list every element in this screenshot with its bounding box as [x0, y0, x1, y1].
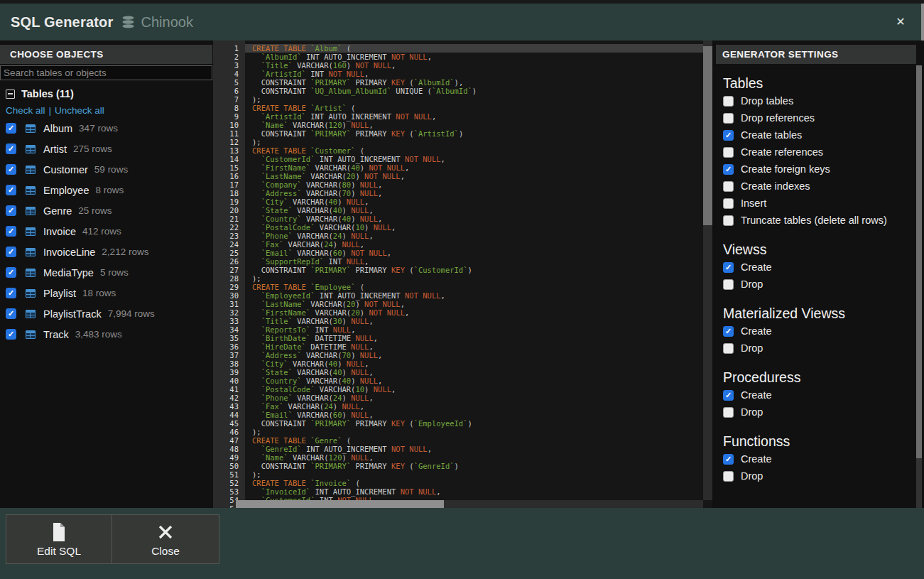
line-number: 9 — [213, 112, 245, 121]
table-row[interactable]: Artist275 rows — [6, 139, 212, 159]
settings-option[interactable]: Create foreign keys — [723, 161, 916, 178]
checkbox[interactable] — [723, 164, 734, 175]
checkbox[interactable] — [723, 343, 734, 354]
line-content: CREATE TABLE `Genre` ( — [245, 436, 712, 445]
table-row[interactable]: Employee8 rows — [6, 180, 212, 200]
line-number: 23 — [213, 232, 245, 240]
settings-option[interactable]: Create — [723, 386, 916, 404]
code-line: 34 `ReportsTo` INT NULL, — [213, 325, 712, 334]
checkbox[interactable] — [6, 185, 16, 195]
collapse-icon[interactable] — [6, 90, 15, 99]
settings-option[interactable]: Drop — [723, 467, 916, 485]
code-line: 14 `CustomerId` INT AUTO_INCREMENT NOT N… — [213, 155, 712, 163]
code-line: 52CREATE TABLE `Invoice` ( — [213, 479, 712, 487]
settings-option[interactable]: Drop — [723, 276, 916, 293]
settings-option[interactable]: Drop — [723, 340, 916, 357]
line-number: 10 — [213, 121, 245, 129]
settings-option-label: Create — [741, 325, 772, 337]
checkbox[interactable] — [723, 113, 734, 124]
line-content: `State` VARCHAR(40) NULL, — [245, 206, 712, 215]
settings-option[interactable]: Create — [723, 450, 916, 467]
settings-option[interactable]: Insert — [723, 195, 916, 212]
close-button[interactable]: Close — [112, 514, 219, 564]
line-number: 22 — [213, 223, 245, 232]
checkbox[interactable] — [723, 326, 734, 337]
checkbox[interactable] — [6, 288, 16, 298]
checkbox[interactable] — [6, 123, 16, 134]
checkbox[interactable] — [723, 262, 734, 273]
settings-scrollbar-thumb[interactable] — [916, 65, 922, 458]
line-content: `Email` VARCHAR(60) NOT NULL, — [245, 249, 712, 257]
table-row[interactable]: MediaType5 rows — [6, 262, 212, 283]
checkbox[interactable] — [723, 454, 734, 465]
checkbox[interactable] — [6, 205, 16, 216]
code-line: 15 `FirstName` VARCHAR(40) NOT NULL, — [213, 163, 712, 172]
table-row[interactable]: Invoice412 rows — [6, 221, 212, 242]
table-row[interactable]: Genre25 rows — [6, 200, 212, 221]
settings-option[interactable]: Create references — [723, 144, 916, 161]
settings-option[interactable]: Create indexes — [723, 178, 916, 195]
settings-option[interactable]: Create tables — [723, 126, 916, 144]
checkbox[interactable] — [723, 181, 734, 192]
line-content: CONSTRAINT `UQ_Album_AlbumId` UNIQUE (`A… — [245, 87, 712, 95]
tables-group-row[interactable]: Tables (11) — [6, 85, 212, 102]
table-row[interactable]: Track3,483 rows — [6, 324, 212, 345]
checkbox[interactable] — [6, 308, 16, 319]
dialog-close-icon[interactable]: ✕ — [893, 14, 908, 30]
line-number: 29 — [213, 283, 245, 291]
code-line: 31 `LastName` VARCHAR(20) NOT NULL, — [213, 300, 712, 308]
checkbox[interactable] — [6, 164, 16, 175]
checkbox[interactable] — [723, 130, 734, 141]
settings-option[interactable]: Create — [723, 259, 916, 276]
editor-vertical-scrollbar-thumb[interactable] — [703, 46, 712, 225]
uncheck-all-link[interactable]: Uncheck all — [55, 105, 104, 116]
search-input[interactable] — [0, 65, 212, 80]
edit-sql-button[interactable]: Edit SQL — [6, 514, 112, 564]
table-icon — [26, 310, 36, 318]
table-row[interactable]: Album347 rows — [6, 118, 212, 139]
code-line: 10 `Name` VARCHAR(120) NULL, — [213, 121, 712, 129]
line-content: ); — [245, 138, 712, 146]
line-number: 1 — [213, 44, 245, 53]
line-content: CONSTRAINT `PRIMARY` PRIMARY KEY (`Custo… — [245, 266, 712, 274]
code-line: 29CREATE TABLE `Employee` ( — [213, 283, 712, 291]
checkbox[interactable] — [723, 390, 734, 401]
generator-settings-header: GENERATOR SETTINGS — [716, 45, 916, 64]
editor-horizontal-scrollbar-thumb[interactable] — [236, 500, 444, 508]
line-number: 19 — [213, 197, 245, 206]
table-row[interactable]: InvoiceLine2,212 rows — [6, 242, 212, 262]
checkbox[interactable] — [6, 247, 16, 257]
checkbox[interactable] — [723, 147, 734, 158]
code-line: 32 `FirstName` VARCHAR(20) NOT NULL, — [213, 308, 712, 317]
table-row[interactable]: Customer59 rows — [6, 159, 212, 180]
checkbox[interactable] — [6, 144, 16, 154]
settings-option[interactable]: Drop tables — [723, 92, 916, 109]
settings-option[interactable]: Truncate tables (delete all rows) — [723, 212, 916, 229]
checkbox[interactable] — [6, 226, 16, 237]
line-content: CONSTRAINT `PRIMARY` PRIMARY KEY (`Emplo… — [245, 419, 712, 428]
table-row[interactable]: Playlist18 rows — [6, 283, 212, 303]
table-row[interactable]: PlaylistTrack7,994 rows — [6, 303, 212, 324]
checkbox[interactable] — [723, 96, 734, 107]
choose-objects-header: CHOOSE OBJECTS — [0, 45, 212, 64]
line-number: 16 — [213, 172, 245, 180]
settings-option[interactable]: Drop — [723, 404, 916, 421]
checkbox[interactable] — [723, 279, 734, 290]
settings-option[interactable]: Create — [723, 323, 916, 340]
table-icon — [26, 248, 36, 256]
checkbox[interactable] — [723, 471, 734, 482]
table-icon — [26, 289, 36, 298]
settings-scrollbar-track[interactable] — [916, 458, 922, 508]
checkbox[interactable] — [723, 198, 734, 209]
sql-preview-editor[interactable]: 1CREATE TABLE `Album` (2 `AlbumId` INT A… — [213, 40, 712, 508]
checkbox[interactable] — [6, 329, 16, 340]
checkbox[interactable] — [723, 407, 734, 418]
line-number: 21 — [213, 215, 245, 223]
checkbox[interactable] — [6, 267, 16, 278]
table-row-count: 3,483 rows — [75, 329, 122, 340]
settings-option-label: Create — [741, 453, 772, 465]
checkbox[interactable] — [723, 215, 734, 226]
settings-option[interactable]: Drop references — [723, 109, 916, 126]
code-line: 38 `City` VARCHAR(40) NULL, — [213, 359, 712, 368]
check-all-link[interactable]: Check all — [6, 105, 45, 116]
